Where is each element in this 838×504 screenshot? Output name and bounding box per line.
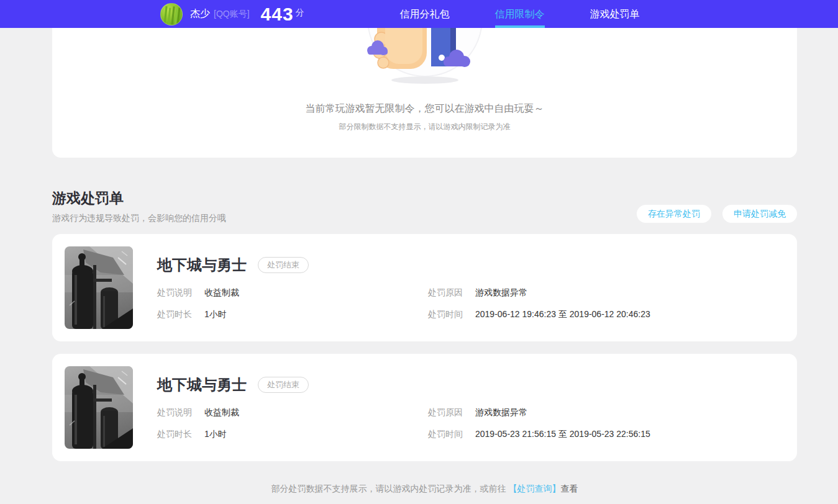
section-subtitle: 游戏行为违规导致处罚，会影响您的信用分哦 [52, 213, 226, 224]
header-nav: 信用分礼包 信用限制令 游戏处罚单 [377, 0, 662, 28]
account-type-tag: [QQ账号] [214, 9, 250, 20]
nav-item-credit-gift[interactable]: 信用分礼包 [377, 0, 472, 28]
game-title: 地下城与勇士 [157, 375, 247, 395]
penalty-duration-value: 1小时 [204, 309, 227, 319]
penalty-duration-label: 处罚时长 [157, 309, 196, 320]
penalty-time-label: 处罚时间 [428, 309, 467, 320]
penalty-reason-row: 处罚原因游戏数据异常 [428, 287, 785, 299]
penalty-reason-value: 游戏数据异常 [475, 407, 527, 417]
top-header-bar: 杰少 [QQ账号] 443 分 信用分礼包 信用限制令 游戏处罚单 [0, 0, 838, 28]
restriction-card: 当前常玩游戏暂无限制令，您可以在游戏中自由玩耍～ 部分限制数据不支持显示，请以游… [52, 28, 797, 158]
penalty-section-header: 游戏处罚单 游戏行为违规导致处罚，会影响您的信用分哦 存在异常处罚 申请处罚减免 [52, 189, 797, 224]
game-title: 地下城与勇士 [157, 255, 247, 275]
user-block: 杰少 [QQ账号] 443 分 [160, 0, 304, 28]
nav-item-credit-restriction[interactable]: 信用限制令 [472, 0, 567, 28]
no-restriction-message: 当前常玩游戏暂无限制令，您可以在游戏中自由玩耍～ [52, 102, 797, 115]
section-title: 游戏处罚单 [52, 189, 226, 208]
penalty-status-badge: 处罚结束 [258, 377, 309, 393]
user-avatar [160, 3, 183, 25]
penalty-query-link[interactable]: 【处罚查询】 [508, 484, 560, 493]
penalty-reason-label: 处罚原因 [428, 407, 467, 418]
game-thumbnail [65, 246, 133, 329]
user-name: 杰少 [190, 7, 210, 20]
credit-score-unit: 分 [296, 7, 304, 20]
penalty-desc-value: 收益制裁 [204, 287, 239, 297]
penalty-duration-row: 处罚时长1小时 [157, 429, 428, 440]
penalty-duration-value: 1小时 [204, 429, 227, 439]
penalty-card: 地下城与勇士 处罚结束 处罚说明收益制裁 处罚原因游戏数据异常 处罚时长1小时 … [52, 354, 797, 461]
no-restriction-illustration [363, 28, 487, 85]
penalty-desc-label: 处罚说明 [157, 287, 196, 299]
nav-item-game-penalty[interactable]: 游戏处罚单 [567, 0, 662, 28]
restriction-data-note: 部分限制数据不支持显示，请以游戏内限制记录为准 [52, 122, 797, 132]
penalty-duration-label: 处罚时长 [157, 429, 196, 440]
penalty-time-label: 处罚时间 [428, 429, 467, 440]
footer-note: 部分处罚数据不支持展示，请以游戏内处罚记录为准，或前往 [271, 484, 509, 493]
penalty-time-row: 处罚时间2019-06-12 19:46:23 至 2019-06-12 20:… [428, 309, 785, 320]
penalty-desc-label: 处罚说明 [157, 407, 196, 418]
penalty-status-badge: 处罚结束 [258, 257, 309, 273]
penalty-card: 地下城与勇士 处罚结束 处罚说明收益制裁 处罚原因游戏数据异常 处罚时长1小时 … [52, 234, 797, 341]
penalty-reason-label: 处罚原因 [428, 287, 467, 299]
penalty-reason-row: 处罚原因游戏数据异常 [428, 407, 785, 418]
footer-suffix: 查看 [560, 484, 578, 493]
penalty-time-value: 2019-05-23 21:56:15 至 2019-05-23 22:56:1… [475, 429, 650, 439]
credit-score: 443 [261, 4, 294, 25]
penalty-duration-row: 处罚时长1小时 [157, 309, 428, 320]
penalty-desc-row: 处罚说明收益制裁 [157, 287, 428, 299]
section-actions: 存在异常处罚 申请处罚减免 [637, 205, 797, 223]
penalty-desc-row: 处罚说明收益制裁 [157, 407, 428, 418]
penalty-relief-button[interactable]: 申请处罚减免 [722, 205, 797, 223]
page-footer: 部分处罚数据不支持展示，请以游戏内处罚记录为准，或前往 【处罚查询】查看 [52, 484, 797, 495]
penalty-time-row: 处罚时间2019-05-23 21:56:15 至 2019-05-23 22:… [428, 429, 785, 440]
penalty-reason-value: 游戏数据异常 [475, 287, 527, 297]
penalty-time-value: 2019-06-12 19:46:23 至 2019-06-12 20:46:2… [475, 309, 650, 319]
penalty-desc-value: 收益制裁 [204, 407, 239, 417]
game-thumbnail [65, 366, 133, 449]
abnormal-penalty-button[interactable]: 存在异常处罚 [637, 205, 711, 223]
